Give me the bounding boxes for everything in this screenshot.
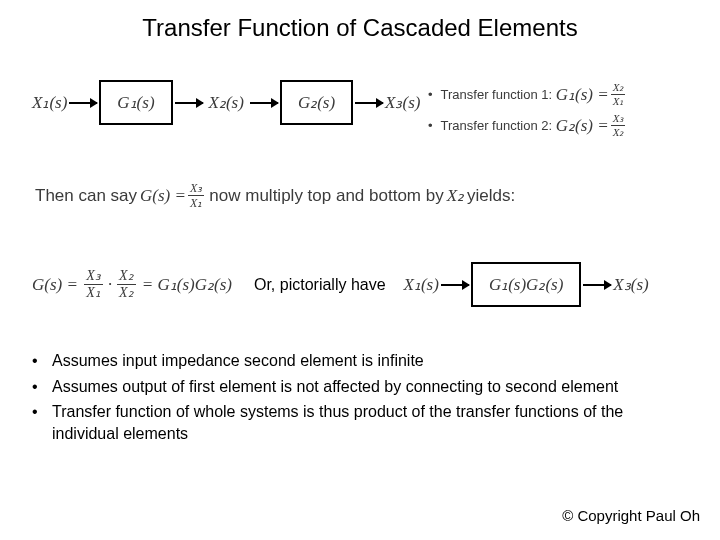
bullet-icon: • xyxy=(428,118,433,133)
tf1-den: X₁ xyxy=(613,95,624,107)
arrow-icon xyxy=(441,284,469,286)
signal-x1: X₁(s) xyxy=(32,92,67,113)
tf-def-2: • Transfer function 2: G₂(s) = X₃ X₂ xyxy=(428,113,627,138)
signal-x3-b: X₃(s) xyxy=(613,274,648,295)
list-item: • Assumes output of first element is not… xyxy=(32,376,688,398)
derivation-num: X₃ xyxy=(188,182,204,196)
bullet-text: Transfer function of whole systems is th… xyxy=(52,401,688,444)
signal-x3: X₃(s) xyxy=(385,92,420,113)
signal-x2: X₂(s) xyxy=(209,92,244,113)
or-label: Or, pictorially have xyxy=(254,276,386,294)
tf1-lhs: G₁(s) = xyxy=(556,84,609,105)
tf2-lhs: G₂(s) = xyxy=(556,115,609,136)
derivation-line: Then can say G(s) = X₃ X₁ now multiply t… xyxy=(32,182,518,209)
derivation-mid: now multiply top and bottom by xyxy=(209,186,443,206)
tf1-label: Transfer function 1: xyxy=(441,87,553,102)
tf2-num: X₃ xyxy=(611,113,626,126)
bullet-text: Assumes output of first element is not a… xyxy=(52,376,618,398)
result-f1-num: X₃ xyxy=(84,269,103,285)
result-lhs: G(s) = xyxy=(32,275,78,295)
result-f1-den: X₁ xyxy=(86,285,101,300)
block-combined: G₁(s)G₂(s) xyxy=(471,262,581,307)
arrow-icon xyxy=(250,102,278,104)
result-f2-den: X₂ xyxy=(119,285,134,300)
list-item: • Transfer function of whole systems is … xyxy=(32,401,688,444)
arrow-icon xyxy=(355,102,383,104)
derivation-den: X₁ xyxy=(190,196,202,209)
page-title: Transfer Function of Cascaded Elements xyxy=(0,0,720,42)
result-f2-num: X₂ xyxy=(117,269,136,285)
bullet-icon: • xyxy=(32,376,52,398)
combined-diagram: X₁(s) G₁(s)G₂(s) X₃(s) xyxy=(404,262,649,307)
tf2-den: X₂ xyxy=(613,126,624,138)
bullet-text: Assumes input impedance second element i… xyxy=(52,350,424,372)
derivation-pre: Then can say xyxy=(35,186,137,206)
tf1-num: X₂ xyxy=(611,82,626,95)
bullet-icon: • xyxy=(428,87,433,102)
derivation-post: yields: xyxy=(467,186,515,206)
result-frac2: X₂ X₂ xyxy=(117,269,136,300)
arrow-icon xyxy=(583,284,611,286)
result-dot: · xyxy=(108,275,112,295)
result-equation: G(s) = X₃ X₁ · X₂ X₂ = G₁(s)G₂(s) xyxy=(32,269,232,300)
block-g1: G₁(s) xyxy=(99,80,172,125)
copyright: © Copyright Paul Oh xyxy=(562,507,700,524)
derivation-lhs: G(s) = xyxy=(140,186,186,206)
bullet-icon: • xyxy=(32,401,52,444)
block-g2: G₂(s) xyxy=(280,80,353,125)
tf-definitions: • Transfer function 1: G₁(s) = X₂ X₁ • T… xyxy=(428,82,627,144)
result-rhs: = G₁(s)G₂(s) xyxy=(142,274,232,295)
tf-def-1: • Transfer function 1: G₁(s) = X₂ X₁ xyxy=(428,82,627,107)
arrow-icon xyxy=(69,102,97,104)
derivation-fraction: X₃ X₁ xyxy=(188,182,204,209)
arrow-icon xyxy=(175,102,203,104)
tf2-label: Transfer function 2: xyxy=(441,118,553,133)
list-item: • Assumes input impedance second element… xyxy=(32,350,688,372)
tf1-fraction: X₂ X₁ xyxy=(611,82,626,107)
result-row: G(s) = X₃ X₁ · X₂ X₂ = G₁(s)G₂(s) Or, pi… xyxy=(32,262,649,307)
bullet-icon: • xyxy=(32,350,52,372)
tf2-fraction: X₃ X₂ xyxy=(611,113,626,138)
result-frac1: X₃ X₁ xyxy=(84,269,103,300)
derivation-by: X₂ xyxy=(447,185,464,206)
assumptions-list: • Assumes input impedance second element… xyxy=(32,350,688,448)
signal-x1-b: X₁(s) xyxy=(404,274,439,295)
cascade-diagram: X₁(s) G₁(s) X₂(s) G₂(s) X₃(s) xyxy=(32,80,420,125)
